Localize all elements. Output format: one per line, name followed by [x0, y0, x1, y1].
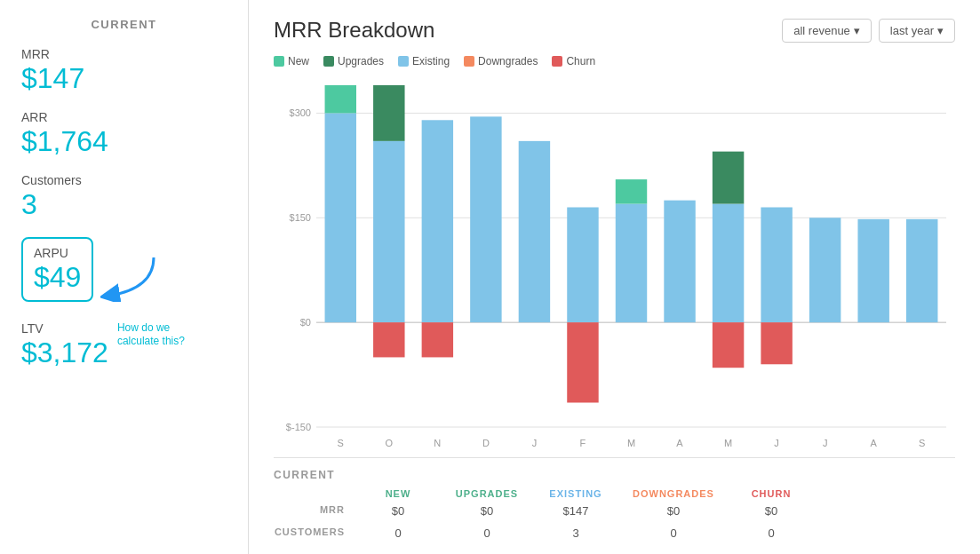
customers-label: Customers [21, 173, 227, 187]
customers-value: 3 [21, 189, 227, 220]
left-panel-title: CURRENT [21, 18, 227, 31]
chart-header: MRR Breakdown all revenue ▾ last year ▾ [274, 18, 955, 43]
svg-text:N: N [434, 438, 441, 448]
bottom-table: CURRENT NEW UPGRADES EXISTING DOWNGRADES… [274, 469, 955, 543]
legend-existing: Existing [398, 55, 450, 67]
cell-cust-downgrades: 0 [620, 525, 727, 543]
col-header-new: NEW [354, 488, 442, 499]
svg-rect-20 [519, 141, 550, 322]
legend-new: New [274, 55, 309, 67]
ltv-row: LTV $3,172 How do we calculate this? [21, 321, 227, 376]
row-label-customers: CUSTOMERS [274, 525, 354, 543]
svg-rect-31 [713, 152, 744, 204]
col-header-churn: CHURN [727, 488, 816, 499]
svg-rect-11 [373, 141, 404, 322]
svg-text:A: A [871, 438, 878, 448]
svg-text:M: M [627, 438, 635, 448]
legend-churn: Churn [552, 55, 595, 67]
legend-upgrades-label: Upgrades [338, 55, 384, 67]
svg-rect-26 [616, 179, 647, 204]
svg-text:D: D [482, 438, 490, 448]
cell-cust-upgrades: 0 [442, 525, 531, 543]
revenue-filter-label: all revenue [793, 24, 850, 37]
svg-rect-16 [422, 322, 453, 357]
arr-block: ARR $1,764 [21, 110, 227, 157]
legend-churn-label: Churn [566, 55, 595, 67]
header-controls: all revenue ▾ last year ▾ [782, 19, 955, 43]
svg-text:O: O [386, 438, 394, 448]
svg-rect-32 [713, 322, 744, 368]
arr-value: $1,764 [21, 126, 227, 157]
arpu-block: ARPU $49 [21, 237, 93, 302]
bottom-table-title: CURRENT [274, 469, 955, 481]
mrr-label: MRR [21, 47, 227, 61]
legend-new-dot [274, 56, 284, 67]
svg-text:J: J [823, 438, 828, 448]
table-label-spacer [274, 488, 354, 499]
svg-text:S: S [919, 438, 925, 448]
svg-text:A: A [676, 438, 683, 448]
svg-rect-13 [373, 322, 404, 357]
svg-rect-35 [761, 322, 792, 364]
ltv-block: LTV $3,172 [21, 321, 108, 368]
mrr-block: MRR $147 [21, 47, 227, 94]
cell-cust-new: 0 [354, 525, 442, 543]
revenue-filter-chevron: ▾ [854, 24, 860, 37]
time-filter-chevron: ▾ [937, 24, 944, 37]
cell-mrr-new: $0 [354, 503, 442, 521]
legend-existing-label: Existing [412, 55, 450, 67]
svg-rect-41 [906, 219, 937, 322]
chart-title: MRR Breakdown [274, 18, 434, 43]
right-panel: MRR Breakdown all revenue ▾ last year ▾ … [249, 0, 980, 554]
svg-text:$-150: $-150 [286, 422, 311, 432]
arpu-wrapper: ARPU $49 [21, 237, 227, 305]
svg-rect-23 [567, 322, 598, 402]
svg-rect-28 [664, 201, 695, 323]
svg-rect-9 [325, 85, 356, 113]
svg-rect-37 [809, 218, 841, 322]
arr-label: ARR [21, 110, 227, 124]
arpu-label: ARPU [34, 246, 81, 260]
col-header-downgrades: DOWNGRADES [620, 488, 727, 499]
arpu-value: $49 [34, 262, 81, 293]
row-label-mrr: MRR [274, 503, 354, 521]
legend-existing-dot [398, 56, 409, 67]
svg-rect-8 [325, 113, 356, 322]
svg-text:J: J [532, 438, 538, 448]
ltv-label: LTV [21, 321, 108, 336]
svg-rect-30 [713, 204, 744, 323]
col-header-upgrades: UPGRADES [442, 488, 531, 499]
calculate-link[interactable]: How do we calculate this? [117, 321, 206, 349]
customers-block: Customers 3 [21, 173, 227, 220]
svg-text:$0: $0 [300, 317, 311, 328]
ltv-value: $3,172 [21, 337, 108, 368]
cell-cust-churn: 0 [727, 525, 816, 543]
time-filter-button[interactable]: last year ▾ [879, 19, 955, 43]
chart-area: $-150$0$150$300SONDJFMAMJJAS [274, 76, 955, 458]
svg-rect-15 [422, 120, 453, 322]
svg-rect-18 [470, 116, 501, 322]
svg-rect-34 [761, 208, 792, 323]
svg-text:M: M [724, 438, 732, 448]
legend-new-label: New [288, 55, 309, 67]
cell-mrr-downgrades: $0 [620, 503, 727, 521]
legend-downgrades-dot [464, 56, 474, 67]
mrr-value: $147 [21, 63, 227, 94]
revenue-filter-button[interactable]: all revenue ▾ [782, 19, 872, 43]
cell-cust-existing: 3 [531, 525, 620, 543]
col-header-existing: EXISTING [531, 488, 620, 499]
legend-downgrades-label: Downgrades [478, 55, 538, 67]
svg-text:$300: $300 [290, 107, 311, 118]
legend-upgrades-dot [323, 56, 334, 67]
left-panel: CURRENT MRR $147 ARR $1,764 Customers 3 … [0, 0, 249, 554]
legend-upgrades: Upgrades [323, 55, 384, 67]
cell-mrr-churn: $0 [727, 503, 816, 521]
svg-text:$150: $150 [290, 212, 311, 223]
svg-text:S: S [338, 438, 344, 448]
svg-rect-12 [373, 85, 404, 141]
table-grid: NEW UPGRADES EXISTING DOWNGRADES CHURN M… [274, 488, 955, 543]
time-filter-label: last year [890, 24, 934, 37]
svg-rect-39 [857, 219, 888, 322]
arrow-icon [100, 253, 163, 302]
svg-text:F: F [580, 438, 586, 448]
